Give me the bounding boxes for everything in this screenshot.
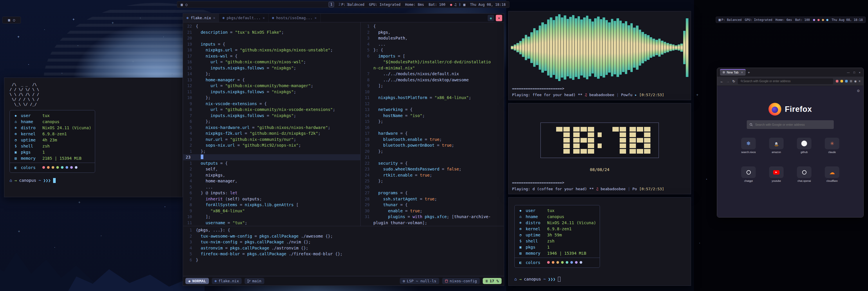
firefox-window[interactable]: New Tab × + — □ × ← → ↻ ⊞ ◉ ≡ xyxy=(717,68,864,217)
code-line: 1 }; xyxy=(183,148,360,154)
search-input[interactable] xyxy=(755,123,831,126)
shortcut-chat.openai[interactable]: chat.openai xyxy=(797,167,811,182)
close-buffer-button[interactable]: × xyxy=(496,15,502,21)
clock-window[interactable]: 08/08/24 ======================> Playing… xyxy=(508,103,691,194)
code-text: ]; xyxy=(373,83,383,89)
shortcut-search.nixos[interactable]: ❄search.nixos xyxy=(741,138,756,154)
shortcut-amazon[interactable]: aamazon xyxy=(769,138,783,154)
code-line: 6 } @ inputs: let xyxy=(183,190,360,196)
code-text: self, xyxy=(196,166,218,172)
shortcut-chatgpt[interactable]: chatgpt xyxy=(741,167,756,182)
tty-clock xyxy=(540,122,659,158)
bluetooth-icon[interactable]: ᛒ xyxy=(459,3,461,7)
launcher-circle-icon[interactable]: ○ xyxy=(13,18,15,22)
workspace-4[interactable]: 4 xyxy=(353,2,358,7)
now-playing-text: ** xyxy=(589,187,596,191)
extensions-puzzle-icon[interactable]: ⊞ xyxy=(850,80,852,83)
minimize-button[interactable]: — xyxy=(847,71,850,74)
code-line: 19 bluetooth.powerOnBoot = true; xyxy=(361,142,504,148)
reload-button[interactable]: ↻ xyxy=(732,79,735,83)
terminal-window-right[interactable]: ◆usertux⌂hnamecanopus❄distroNixOS 24.11 … xyxy=(508,197,691,286)
back-button[interactable]: ← xyxy=(720,79,723,83)
tray-dot-3[interactable]: ● xyxy=(822,18,824,22)
tab-close-icon[interactable]: × xyxy=(314,16,316,20)
tab-close-icon[interactable]: × xyxy=(263,16,265,20)
code-line: 10 ]; xyxy=(183,214,360,220)
tray-dot-1[interactable]: ● xyxy=(813,18,815,22)
code-line: 28 ssh.startAgent = true; xyxy=(361,196,504,202)
forward-button[interactable]: → xyxy=(726,79,730,83)
shell-prompt[interactable]: ⌂→canopus~❯❯❯ xyxy=(9,177,177,183)
code-line: 9 nix-vscode-extensions = { xyxy=(183,101,360,107)
editor-tab-pkgs/default...[interactable]: ❄pkgs/default...× xyxy=(219,13,269,22)
terminal-cursor xyxy=(53,178,56,183)
workspace-3[interactable]: 3 xyxy=(345,2,350,7)
code-text: outputs = { xyxy=(196,160,228,167)
toggle-button[interactable]: ◉ xyxy=(488,15,494,21)
shortcut-youtube[interactable]: ▶youtube xyxy=(769,167,783,182)
line-number: 9 xyxy=(183,208,196,214)
code-text: description = "tux's NixOS Flake"; xyxy=(196,29,284,35)
extension-icon-2[interactable] xyxy=(840,80,843,83)
app-grid-icon[interactable]: ▦ xyxy=(719,18,721,22)
clock-cell xyxy=(637,138,643,143)
shortcut-label: claude xyxy=(828,151,836,154)
code-line: 5 firefox-mod-blur = pkgs.callPackage ./… xyxy=(183,251,504,257)
terminal-window-left[interactable]: /\ _ _ /\ / / \/ \/ \ \ \ \ /\ /\ / / \/… xyxy=(4,78,183,197)
search-bar[interactable] xyxy=(747,120,834,129)
shortcut-github[interactable]: github xyxy=(797,138,811,154)
code-line: 16 url = "github:nix-community/nixos-wsl… xyxy=(183,59,360,65)
code-text: astronvim = pkgs.callPackage ./astronvim… xyxy=(196,245,308,251)
code-line: 21 xyxy=(361,154,504,160)
now-playing-text: d (coffee for your head) xyxy=(532,187,589,191)
firefox-tab-new-tab[interactable]: New Tab × xyxy=(720,69,746,76)
extension-icon-3[interactable] xyxy=(845,80,848,83)
editor-pane-packages[interactable]: 1{pkgs, ...}: {2 tux-awesome-wm-config =… xyxy=(183,226,504,276)
visualizer-bar xyxy=(611,19,614,77)
launcher-circle-icon[interactable]: ○ xyxy=(185,3,187,7)
extension-icon-1[interactable] xyxy=(836,80,838,83)
line-number: 3 xyxy=(183,137,196,143)
music-icon[interactable]: ♫ xyxy=(455,3,457,7)
tab-label: hosts/isoImag... xyxy=(276,16,312,20)
shortcut-icon-box xyxy=(797,167,811,178)
code-line: 17 hardware = { xyxy=(361,130,504,137)
tab-label: flake.nix xyxy=(191,16,211,20)
tray-dot-2[interactable]: ● xyxy=(817,18,819,22)
account-icon[interactable]: ◉ xyxy=(854,80,857,83)
code-line: 22{ xyxy=(183,23,360,29)
user-icon: ◆ xyxy=(13,113,18,118)
clock-cell xyxy=(588,143,594,148)
tab-close-icon[interactable]: × xyxy=(741,71,743,74)
hname-icon: ⌂ xyxy=(518,214,523,220)
app-grid-icon[interactable]: ▦ xyxy=(181,3,183,7)
shortcut-icon-box: ❄ xyxy=(741,138,756,149)
editor-pane-flake[interactable]: 22{21 description = "tux's NixOS Flake";… xyxy=(183,22,361,226)
code-text: pkgs, xyxy=(373,29,391,35)
workspace-1[interactable]: 1 xyxy=(329,2,334,7)
shell-prompt[interactable]: ⌂→canopus~❯❯❯ xyxy=(514,276,560,282)
editor-tab-flake.nix[interactable]: ❄flake.nix× xyxy=(183,13,219,22)
shortcut-cloudflare[interactable]: ☁cloudflare xyxy=(825,167,839,182)
app-grid-icon[interactable]: ▦ xyxy=(8,18,10,22)
record-icon[interactable]: ● xyxy=(450,3,452,7)
line-number: 7 xyxy=(361,71,373,77)
new-tab-button[interactable]: + xyxy=(748,70,750,75)
editor-tab-hosts/isoImag...[interactable]: ❄hosts/isoImag...× xyxy=(269,13,320,22)
address-bar[interactable] xyxy=(738,79,833,84)
clock-cell xyxy=(581,143,587,148)
cava-music-window[interactable]: ======================> Playing: ffee fo… xyxy=(508,11,691,100)
neovim-window[interactable]: ❄flake.nix×❄pkgs/default...×❄hosts/isoIm… xyxy=(183,13,504,286)
menu-icon[interactable]: ≡ xyxy=(859,80,861,83)
tab-close-icon[interactable]: × xyxy=(213,16,215,20)
personalize-gear-icon[interactable]: ⚙ xyxy=(857,89,860,93)
workspace-2[interactable]: 2 xyxy=(337,2,342,7)
address-input[interactable] xyxy=(743,80,830,83)
tray-dot-4[interactable]: ● xyxy=(826,18,828,22)
close-button[interactable]: × xyxy=(859,71,861,74)
keyboard-icon[interactable]: ▦ xyxy=(463,3,465,7)
shortcut-claude[interactable]: ✳claude xyxy=(825,138,839,154)
code-line: 1{ xyxy=(361,23,504,29)
editor-pane-iso[interactable]: 1{2 pkgs,3 modulesPath,4 ...5}: {6 impor… xyxy=(361,22,504,226)
maximize-button[interactable]: □ xyxy=(854,71,855,74)
